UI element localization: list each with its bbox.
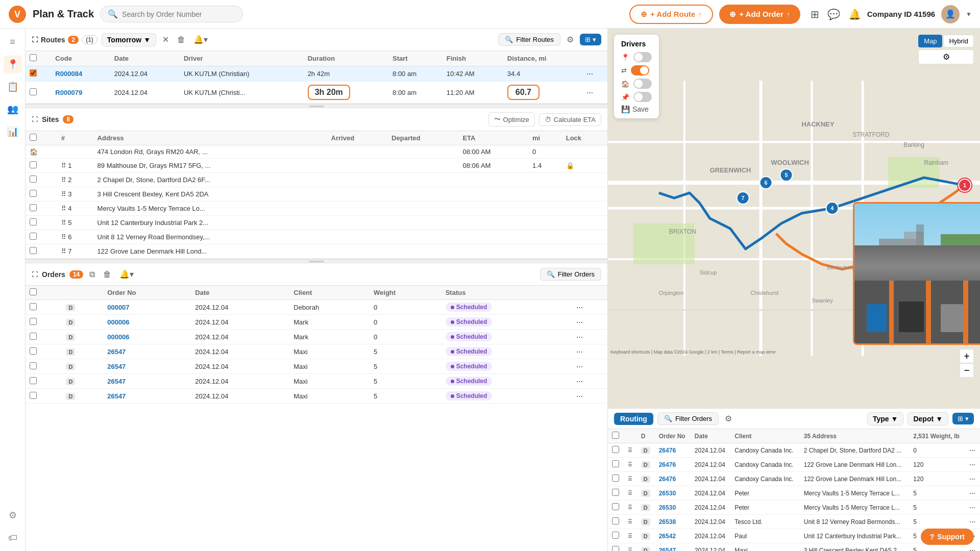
table-row[interactable]: ⠿ 3 3 Hill Crescent Bexley, Kent DA5 2DA: [26, 187, 607, 202]
table-row[interactable]: ⠿ D 26530 2024.12.04 Peter Mercy Vaults …: [608, 486, 980, 500]
table-row[interactable]: ⠿ 2 2 Chapel Dr, Stone, Dartford DA2 6F.…: [26, 173, 607, 187]
table-row[interactable]: ⠿ 6 Unit 8 12 Verney Road Bermondsey,...: [26, 230, 607, 244]
delete-orders-button[interactable]: 🗑: [101, 268, 113, 281]
calculate-eta-button[interactable]: ⏱ Calculate ETA: [539, 113, 601, 126]
order-number[interactable]: 26547: [107, 392, 126, 400]
chevron-down-icon[interactable]: ▼: [966, 11, 972, 18]
filter-orders-input[interactable]: 🔍 Filter Orders: [540, 268, 601, 281]
route-checkbox-1[interactable]: [30, 69, 37, 77]
date-picker[interactable]: Tomorrow ▼: [102, 33, 156, 46]
table-row[interactable]: ⠿ D 26476 2024.12.04 Candoxy Canada Inc.…: [608, 472, 980, 486]
filter-right-orders[interactable]: 🔍 Filter Orders: [657, 412, 719, 425]
expand-icon[interactable]: ⛶: [32, 271, 38, 278]
table-row[interactable]: ⠿ D 26538 2024.12.04 Tesco Ltd. Unit 8 1…: [608, 515, 980, 529]
order-number[interactable]: 000007: [107, 304, 129, 311]
type-selector[interactable]: Type ▼: [867, 412, 904, 425]
order-checkbox[interactable]: [30, 362, 37, 369]
sidebar-map-icon[interactable]: 📍: [4, 55, 22, 73]
right-order-checkbox[interactable]: [612, 503, 619, 510]
right-order-number[interactable]: 26530: [659, 490, 676, 497]
right-order-checkbox[interactable]: [612, 446, 619, 453]
right-order-number[interactable]: 26476: [659, 475, 676, 483]
avatar[interactable]: 👤: [941, 5, 960, 23]
order-number[interactable]: 26547: [107, 378, 126, 385]
zoom-in-button[interactable]: +: [960, 349, 974, 363]
right-order-number[interactable]: 26542: [659, 533, 676, 540]
order-number[interactable]: 000006: [107, 318, 129, 326]
save-map-button[interactable]: 💾 Save: [621, 105, 649, 113]
right-order-checkbox[interactable]: [612, 474, 619, 482]
order-checkbox[interactable]: [30, 347, 37, 355]
right-order-number[interactable]: 26476: [659, 461, 676, 468]
view-right-button[interactable]: ⊞ ▾: [952, 413, 974, 424]
right-order-checkbox[interactable]: [612, 460, 619, 467]
toggle-3[interactable]: [633, 79, 652, 89]
table-row[interactable]: D 000006 2024.12.04 Mark 0 Scheduled ⋯: [26, 315, 607, 330]
zoom-out-button[interactable]: −: [960, 363, 974, 378]
close-filter-button[interactable]: ✕: [160, 33, 171, 46]
site-checkbox[interactable]: [30, 176, 37, 183]
map-tab[interactable]: Map: [918, 35, 942, 47]
view-toggle-button[interactable]: ⊞ ▾: [580, 34, 601, 45]
select-all-sites[interactable]: [30, 134, 37, 141]
order-checkbox[interactable]: [30, 377, 37, 384]
right-order-number[interactable]: 26530: [659, 504, 676, 511]
table-row[interactable]: D 26547 2024.12.04 Maxi 5 Scheduled ⋯: [26, 389, 607, 404]
site-checkbox[interactable]: [30, 204, 37, 211]
table-row[interactable]: D 26547 2024.12.04 Maxi 5 Scheduled ⋯: [26, 374, 607, 389]
optimize-button[interactable]: 〜 Optimize: [488, 112, 535, 127]
toggle-4[interactable]: [633, 92, 652, 102]
expand-icon[interactable]: ⛶: [32, 116, 38, 123]
right-order-number[interactable]: 26547: [659, 547, 676, 552]
select-all-right-orders[interactable]: [612, 432, 619, 439]
table-row[interactable]: R000079 2024.12.04 UK KU7LM (Christi... …: [26, 82, 607, 104]
sidebar-clients-icon[interactable]: 👥: [4, 100, 22, 118]
table-row[interactable]: ⠿ D 26547 2024.12.04 Maxi 3 Hill Crescen…: [608, 543, 980, 552]
order-checkbox[interactable]: [30, 303, 37, 310]
select-all-routes[interactable]: [30, 54, 37, 61]
table-row[interactable]: ⠿ 4 Mercy Vaults 1-5 Mercy Terrace Lo...: [26, 202, 607, 216]
support-button[interactable]: ? Support: [921, 529, 974, 545]
expand-icon[interactable]: ⛶: [32, 36, 38, 43]
bell-button[interactable]: 🔔▾: [191, 33, 210, 46]
add-order-button[interactable]: ⊕ + Add Order ↑: [719, 5, 800, 24]
sidebar-orders-icon[interactable]: 📋: [4, 78, 22, 96]
table-row[interactable]: ⠿ 7 122 Grove Lane Denmark Hill Lond...: [26, 244, 607, 259]
toggle-2[interactable]: [631, 65, 649, 76]
right-order-number[interactable]: 26538: [659, 518, 676, 525]
map-area[interactable]: 1 2 3 4 5 6 7 HACKNEY STRATFORD Barking: [608, 29, 980, 408]
order-checkbox[interactable]: [30, 333, 37, 340]
filter-routes-input[interactable]: 🔍 Filter Routes: [498, 33, 560, 46]
copy-button[interactable]: ⧉: [87, 268, 97, 281]
table-row[interactable]: R000084 2024.12.04 UK KU7LM (Christian) …: [26, 66, 607, 82]
bell-icon[interactable]: 🔔: [848, 8, 861, 20]
sidebar-chart-icon[interactable]: 📊: [4, 122, 22, 141]
site-checkbox[interactable]: [30, 247, 37, 254]
right-order-checkbox[interactable]: [612, 546, 619, 551]
right-order-checkbox[interactable]: [612, 489, 619, 496]
select-all-orders[interactable]: [30, 288, 37, 295]
table-row[interactable]: D 26547 2024.12.04 Maxi 5 Scheduled ⋯: [26, 359, 607, 374]
order-checkbox[interactable]: [30, 318, 37, 325]
search-input[interactable]: [122, 10, 235, 18]
chat-icon[interactable]: 💬: [827, 8, 840, 20]
hybrid-tab[interactable]: Hybrid: [943, 35, 974, 47]
divider-sites-orders[interactable]: [26, 259, 607, 263]
depot-selector[interactable]: Depot ▼: [908, 412, 948, 425]
table-row[interactable]: ⠿ D 26476 2024.12.04 Candoxy Canada Inc.…: [608, 443, 980, 458]
table-row[interactable]: D 000006 2024.12.04 Mark 0 Scheduled ⋯: [26, 330, 607, 344]
bell-orders-button[interactable]: 🔔▾: [117, 267, 136, 281]
grid-icon[interactable]: ⊞: [811, 8, 819, 20]
order-number[interactable]: 000006: [107, 333, 129, 341]
table-row[interactable]: ⠿ 1 89 Malthouse Dr, Grays RM17 5FG, ...…: [26, 159, 607, 173]
order-number[interactable]: 26547: [107, 348, 126, 356]
site-checkbox[interactable]: [30, 233, 37, 240]
table-row[interactable]: D 26547 2024.12.04 Maxi 5 Scheduled ⋯: [26, 344, 607, 359]
table-row[interactable]: ⠿ D 26476 2024.12.04 Candoxy Canada Inc.…: [608, 458, 980, 472]
route-code-2[interactable]: R000079: [55, 89, 82, 96]
toggle-1[interactable]: [633, 52, 652, 62]
right-order-number[interactable]: 26476: [659, 447, 676, 454]
route-checkbox-2[interactable]: [30, 88, 37, 95]
right-order-checkbox[interactable]: [612, 532, 619, 539]
site-checkbox[interactable]: [30, 218, 37, 226]
